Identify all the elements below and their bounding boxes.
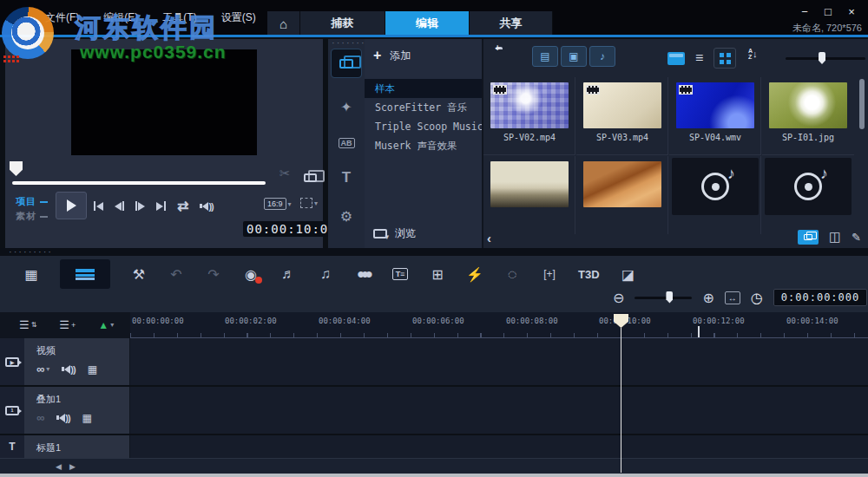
close-button[interactable]: × [842,5,861,19]
thumbnail-video-disco[interactable] [490,82,569,128]
track-transparency-icon[interactable]: ▦ [88,363,97,376]
category-item-triplescoop[interactable]: Triple Scoop Music [365,117,482,136]
duration-clock-icon[interactable]: ◷ [751,290,763,306]
title-track-icon[interactable]: T [0,435,24,458]
thumbnail-video-blue[interactable] [676,82,754,128]
menu-tools[interactable]: 工具(T) [162,10,196,25]
tab-share[interactable]: 共享 [470,11,553,36]
split-screen-icon[interactable]: ⊞ [429,259,446,289]
video-track-icon[interactable]: ▶ [0,338,24,385]
link-clips-icon[interactable]: ∞ [36,411,44,424]
media-cell[interactable]: SP-V02.mp4 [483,77,575,155]
home-tab[interactable]: ⌂ [267,11,300,36]
category-item-muserk[interactable]: Muserk 声音效果 [365,136,482,155]
undo-icon[interactable]: ↶ [168,259,185,289]
menu-settings[interactable]: 设置(S) [221,10,256,25]
instant-project-icon[interactable]: ✦ [332,93,361,121]
title-track-header[interactable]: 标题1 [24,435,130,458]
media-cell[interactable] [483,156,575,234]
ripple-edit-icon[interactable]: ▲▾ [98,319,114,331]
link-clips-icon[interactable]: ∞ [36,363,44,376]
sound-mixer-icon[interactable]: ♬ [279,259,297,289]
media-cell[interactable] [576,156,668,234]
add-track-icon[interactable]: ☰+ [59,318,76,331]
fit-timeline-icon[interactable]: ↔ [725,291,740,304]
panel-splitter[interactable]: ········· [0,248,868,256]
timeline-zoom-slider[interactable] [635,297,692,299]
list-view-icon[interactable]: ≡ [695,50,703,66]
project-mode[interactable]: 项目 [16,195,48,208]
timeline-ruler[interactable]: 00:00:00:00 00:00:02:00 00:00:04:00 00:0… [130,312,868,338]
track-manager-icon[interactable]: ☰⇅ [19,318,36,331]
browse-button[interactable]: ▾ 浏览 [373,226,416,241]
media-cell[interactable]: SP-I01.jpg [762,77,854,155]
tools-icon[interactable]: ⚒ [130,259,148,289]
repeat-icon[interactable]: ⇄ [177,198,188,214]
thumbnail-audio[interactable]: ♪ [765,158,852,215]
go-start-button[interactable] [94,201,103,211]
tab-capture[interactable]: 捕获 [300,11,385,36]
split-clip-icon[interactable]: ✂ [279,166,291,181]
collapse-panel-icon[interactable]: ‹ [487,231,491,245]
minimize-button[interactable]: − [795,5,814,19]
zoom-out-icon[interactable]: ⊖ [613,290,624,306]
thumbnail-video-cream[interactable] [583,82,661,128]
mask-creator-icon[interactable]: ◪ [620,259,637,289]
record-capture-icon[interactable]: ◉ [242,259,260,289]
motion-tracking-icon[interactable]: ⚡ [466,259,483,289]
overlay-track-icon[interactable]: 1 [0,387,24,434]
menu-edit[interactable]: 编辑(E) [103,10,138,25]
edit-media-icon[interactable]: ✎ [852,231,861,244]
scrubber-bar[interactable] [12,181,266,185]
track-transparency-icon[interactable]: ▦ [82,412,92,424]
tab-edit[interactable]: 编辑 [385,11,470,36]
trim-marker[interactable] [10,161,23,176]
title-track-lane[interactable] [130,435,868,458]
timeline-zoom-thumb[interactable] [666,291,673,304]
media-cell[interactable]: SP-V03.mp4 [576,77,668,155]
category-item-samples[interactable]: 样本 [365,79,482,98]
clip-mode[interactable]: 素材 [16,210,48,223]
thumbnail-photo-dandelion[interactable] [769,82,847,128]
auto-music-icon[interactable]: ♫ [317,259,334,289]
timeline-view-icon[interactable] [60,259,110,289]
volume-icon[interactable]: )) [200,201,213,212]
overlay-objects-icon[interactable]: ⚙ [332,202,361,230]
title-icon[interactable]: T [332,164,361,192]
scroll-right-icon[interactable]: ▶ [69,462,76,471]
zoom-in-icon[interactable]: ⊕ [702,290,713,306]
thumbnail-photo-trees[interactable] [490,161,569,207]
track-mute-icon[interactable]: )) [62,364,75,375]
category-item-scorefitter[interactable]: ScoreFitter 音乐 [365,98,482,117]
menu-file[interactable]: 文件(F) [45,10,79,25]
redo-icon[interactable]: ↷ [205,259,222,289]
overlay-track-header[interactable]: 叠加1 ∞ )) ▦ [24,387,130,434]
thumbnail-audio[interactable]: ♪ [672,158,759,215]
media-cell[interactable]: ♪ [762,156,854,234]
subtitle-editor-icon[interactable]: T≡ [391,259,409,289]
sort-icon[interactable]: AZ ↓ [748,48,758,60]
thumbnail-zoom-slider[interactable] [786,57,865,60]
media-cell[interactable]: SP-V04.wmv [669,77,761,155]
overlay-track-lane[interactable] [130,387,868,434]
next-frame-button[interactable] [135,201,145,211]
thumbnail-photo-desert[interactable] [583,161,661,207]
selection-tool-button[interactable]: ▾ [300,198,318,208]
multicam-editor-icon[interactable]: [+] [541,259,558,289]
storyboard-view-icon[interactable]: ▦ [23,259,40,289]
panel-view-icon[interactable] [667,52,685,65]
filter-audio-icon[interactable]: ♪ [589,46,615,67]
enlarge-preview-icon[interactable] [304,173,317,182]
mask-lasso-icon[interactable]: ◌ [503,259,521,289]
maximize-button[interactable]: □ [819,5,838,19]
prev-frame-button[interactable] [115,201,124,211]
transition-icon[interactable]: AB [332,129,361,157]
play-button[interactable] [56,192,87,219]
video-track-lane[interactable] [130,338,868,385]
add-category-button[interactable]: + 添加 [373,48,411,63]
3d-title-icon[interactable]: T3D [578,259,600,289]
grid-view-icon[interactable] [713,48,736,69]
media-cell[interactable]: ♪ [669,156,761,234]
color-circles-icon[interactable]: ●●● [354,259,372,289]
library-panel-toggle-icon[interactable] [798,230,819,245]
